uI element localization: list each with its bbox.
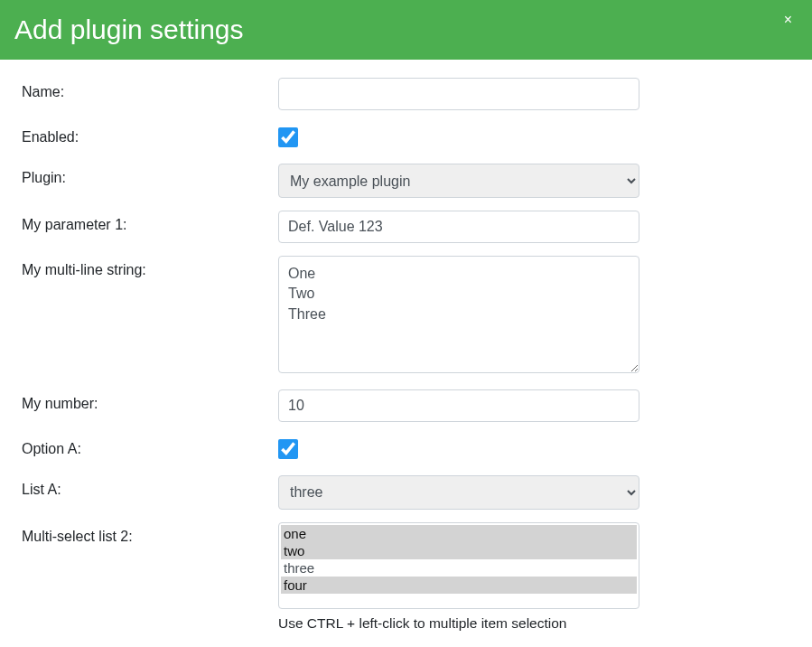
plugin-label: Plugin:	[22, 164, 278, 186]
param1-label: My parameter 1:	[22, 211, 278, 233]
param1-input[interactable]	[278, 211, 639, 243]
form-row-multiline: My multi-line string:	[22, 256, 790, 377]
multiselect-option[interactable]: two	[281, 542, 637, 559]
form-row-name: Name:	[22, 78, 790, 110]
name-label: Name:	[22, 78, 278, 100]
modal-header: Add plugin settings ×	[0, 0, 812, 60]
multiselect-option[interactable]: one	[281, 525, 637, 542]
multiselect-help-text: Use CTRL + left-click to multiple item s…	[278, 615, 639, 632]
form-row-param1: My parameter 1:	[22, 211, 790, 243]
form-row-multiselect: Multi-select list 2: one two three four …	[22, 522, 790, 632]
form-row-number: My number:	[22, 389, 790, 422]
optiona-label: Option A:	[22, 435, 278, 457]
number-label: My number:	[22, 389, 278, 412]
form-row-lista: List A: three	[22, 475, 790, 510]
multiselect-label: Multi-select list 2:	[22, 522, 278, 545]
number-input[interactable]	[278, 389, 639, 422]
multiselect-option[interactable]: four	[281, 577, 637, 594]
close-icon: ×	[784, 12, 792, 27]
plugin-select[interactable]: My example plugin	[278, 164, 639, 198]
modal-body: Name: Enabled: Plugin: My example plugin…	[0, 60, 812, 647]
multiselect-option[interactable]: three	[281, 559, 637, 577]
name-input[interactable]	[278, 78, 639, 110]
modal-title: Add plugin settings	[14, 14, 244, 45]
lista-label: List A:	[22, 475, 278, 498]
form-row-enabled: Enabled:	[22, 123, 790, 151]
multiselect-list[interactable]: one two three four	[278, 522, 639, 609]
enabled-checkbox[interactable]	[278, 127, 298, 147]
optiona-checkbox[interactable]	[278, 439, 298, 459]
close-button[interactable]: ×	[780, 11, 796, 29]
form-row-optiona: Option A:	[22, 435, 790, 463]
enabled-label: Enabled:	[22, 123, 278, 145]
lista-select[interactable]: three	[278, 475, 639, 510]
form-row-plugin: Plugin: My example plugin	[22, 164, 790, 198]
multiline-label: My multi-line string:	[22, 256, 278, 278]
multiline-textarea[interactable]	[278, 256, 639, 373]
